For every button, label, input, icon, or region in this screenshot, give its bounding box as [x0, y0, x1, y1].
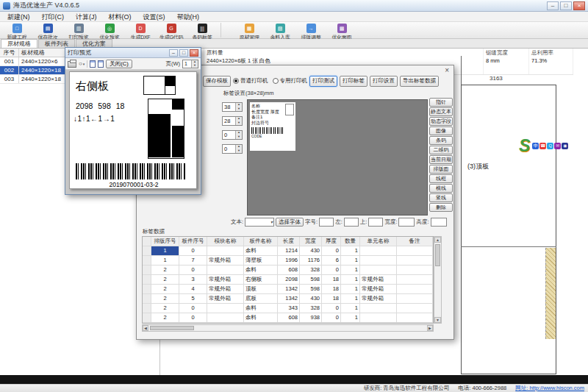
page-spinner[interactable]: 1 ▲ ▼: [182, 60, 198, 68]
width-input[interactable]: [398, 218, 415, 227]
table-cell: 608: [278, 313, 300, 322]
scroll-right-icon[interactable]: ▶: [427, 325, 433, 331]
label-table-row[interactable]: 20余料60832801: [143, 266, 433, 275]
current-date-tool-button[interactable]: 当前日期: [429, 155, 453, 164]
qrcode-tool-button[interactable]: 二维码: [429, 146, 453, 154]
row-selector[interactable]: [143, 304, 151, 313]
row-selector[interactable]: [143, 266, 151, 274]
edge-banding-marks: ↓1↑1←1→1: [74, 115, 115, 123]
menu-new[interactable]: 新建(N): [1, 12, 36, 22]
export-label-data-button[interactable]: 导出标签数据: [400, 76, 439, 87]
label-table-row[interactable]: 24常规外箱顶板1342598181常规外箱: [143, 285, 433, 294]
tab-raw-spec[interactable]: 原材规格: [1, 39, 37, 48]
maximize-icon[interactable]: □: [560, 1, 572, 10]
phone-icon[interactable]: ☎: [539, 143, 546, 149]
preview-minimize-icon[interactable]: –: [169, 49, 178, 57]
dynamic-field-tool-button[interactable]: 动态字段: [429, 117, 453, 126]
scroll-down-icon[interactable]: ▼: [434, 317, 441, 323]
row-selector[interactable]: [143, 275, 151, 284]
spinner-arrow-down-icon[interactable]: ▼: [235, 121, 242, 126]
vscroll-thumb[interactable]: [435, 244, 440, 266]
table-cell: 1: [151, 246, 179, 255]
preview-maximize-icon[interactable]: □: [179, 49, 188, 57]
left-input[interactable]: [344, 218, 359, 227]
size-spinner-2[interactable]: 28▲▼: [222, 116, 243, 126]
table-cell: 常规外箱: [207, 285, 244, 293]
spinner-arrow-down-icon[interactable]: ▼: [235, 149, 242, 154]
mail-icon[interactable]: ✉: [554, 143, 561, 149]
menu-bar: 新建(N)打印(C)计算(J)材料(O)设置(S)帮助(H): [0, 12, 588, 22]
hline-tool-button[interactable]: 横线: [429, 184, 453, 193]
table-cell: 3: [179, 275, 207, 284]
print-icon[interactable]: [68, 61, 76, 68]
menu-help[interactable]: 帮助(H): [171, 12, 206, 22]
dialog-close-icon[interactable]: ×: [445, 67, 449, 74]
size-spinner-4[interactable]: 0▲▼: [222, 144, 243, 154]
printer-radio-1[interactable]: 普通打印机: [233, 77, 268, 85]
print-setup-button[interactable]: 打印设置: [370, 76, 398, 87]
spinner-arrow-down-icon[interactable]: ▼: [235, 135, 242, 140]
row-selector[interactable]: [143, 285, 151, 293]
label-table-row[interactable]: 17常规外箱薄壁板1996117661: [143, 256, 433, 266]
single-page-icon[interactable]: [90, 60, 96, 68]
menu-material[interactable]: 材料(O): [103, 12, 137, 22]
table-cell: [360, 256, 397, 265]
choose-font-button[interactable]: 选择字体: [276, 218, 304, 227]
layout-diagram-tool-button[interactable]: 排版图: [429, 165, 453, 174]
spinner-arrow-down-icon[interactable]: ▼: [235, 107, 242, 112]
close-icon[interactable]: ×: [573, 1, 585, 10]
menu-calculate[interactable]: 计算(J): [70, 12, 103, 22]
pointer-tool-button[interactable]: 指针: [429, 98, 453, 107]
lang-icon[interactable]: 中: [532, 143, 539, 149]
label-table-row[interactable]: 10余料121443001: [143, 246, 433, 256]
size-spinner-1[interactable]: 38▲▼: [222, 102, 243, 112]
menu-settings[interactable]: 设置(S): [137, 12, 171, 22]
top-input[interactable]: [368, 218, 383, 227]
table-vscrollbar[interactable]: ▲ ▼: [434, 236, 442, 324]
fontsize-input[interactable]: [319, 218, 334, 227]
web-icon[interactable]: ◉: [562, 143, 568, 149]
text-select[interactable]: ▾: [245, 218, 274, 227]
printer-radio-2[interactable]: 专用打印机: [273, 77, 308, 85]
label-table-row[interactable]: 20余料60893801: [143, 313, 433, 323]
preview-close-button[interactable]: 关闭(C): [106, 60, 132, 68]
row-selector[interactable]: [143, 313, 151, 322]
print-preview-icon: ▥: [74, 24, 84, 33]
hscroll-thumb[interactable]: [150, 326, 194, 330]
print-test-button[interactable]: 打印测试: [309, 76, 337, 87]
frame-tool-button[interactable]: 线框: [429, 174, 453, 183]
print-label-button[interactable]: 打印标签: [340, 76, 368, 87]
template-field-3[interactable]: 备注1: [251, 115, 294, 121]
menu-print[interactable]: 打印(C): [36, 12, 71, 22]
minimize-icon[interactable]: –: [547, 1, 559, 10]
template-label[interactable]: 名称长度宽度 厚度备注1封边符号 CODE: [250, 102, 295, 151]
template-field-4[interactable]: 封边符号: [251, 121, 294, 126]
barcode-text: 2019070001-03-2: [70, 181, 198, 188]
spinner-down-icon[interactable]: ▼: [191, 64, 198, 68]
barcode-tool-button[interactable]: 条码: [429, 136, 453, 145]
save-template-button[interactable]: 保存模板: [203, 76, 231, 87]
label-table-row[interactable]: 25常规外箱底板1342430181常规外箱: [143, 294, 433, 304]
label-table-row[interactable]: 23常规外箱右侧板2098598181常规外箱: [143, 275, 433, 285]
zoom-icon[interactable]: ○ ▾: [79, 60, 85, 67]
scroll-left-icon[interactable]: ◀: [143, 325, 148, 331]
designer-canvas[interactable]: 名称长度宽度 厚度备注1封边符号 CODE: [247, 99, 428, 215]
scroll-up-icon[interactable]: ▲: [434, 237, 441, 243]
qq-icon[interactable]: Q: [547, 143, 553, 149]
delete-tool-button[interactable]: 删除: [429, 203, 453, 212]
vline-tool-button[interactable]: 竖线: [429, 193, 453, 202]
row-selector[interactable]: [143, 256, 151, 265]
image-tool-button[interactable]: 图像: [429, 126, 453, 135]
table-cell: 430: [300, 246, 322, 255]
height-input[interactable]: [431, 218, 447, 227]
row-selector[interactable]: [143, 246, 151, 255]
table-hscrollbar[interactable]: ◀ ▶: [142, 324, 434, 332]
size-spinner-3[interactable]: 0▲▼: [222, 130, 243, 140]
row-selector[interactable]: [143, 294, 151, 303]
website-link[interactable]: 网址: http://www.hiscon.com: [515, 385, 584, 392]
label-table-row[interactable]: 20余料34332801: [143, 304, 433, 313]
static-text-tool-button[interactable]: 静态文本: [429, 107, 453, 116]
multi-page-icon[interactable]: [98, 60, 104, 68]
template-layout-placeholder: [285, 104, 294, 115]
preview-close-icon[interactable]: ×: [190, 49, 198, 57]
